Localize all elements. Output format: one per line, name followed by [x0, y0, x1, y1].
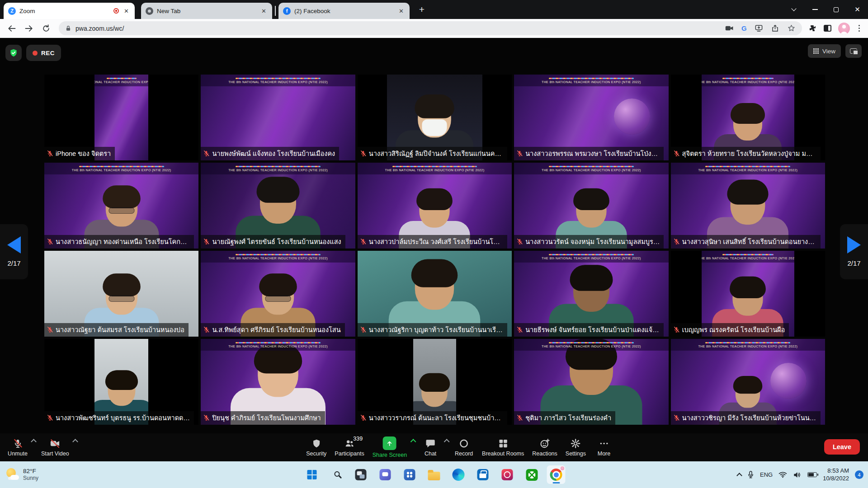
tab-zoom[interactable]: Z Zoom ✕: [4, 3, 135, 19]
participant-tile[interactable]: THE 8th NATIONAL TEACHER INDUCTION EXPO …: [514, 163, 668, 249]
chat-options-caret[interactable]: [443, 439, 449, 445]
widgets-button[interactable]: [401, 465, 419, 484]
file-explorer-button[interactable]: [425, 465, 443, 484]
forward-icon[interactable]: [22, 21, 36, 36]
participant-tile[interactable]: THE 8th NATIONAL TEACHER INDUCTION EXPO …: [671, 163, 825, 249]
participant-name-tag: นางสาวนวรัตน์ จองหนุ่ม โรงเรียนนามูลสมบู…: [514, 235, 664, 249]
record-label: Record: [455, 450, 473, 457]
profile-avatar[interactable]: [838, 23, 850, 34]
more-button[interactable]: More: [590, 433, 618, 461]
view-button[interactable]: View: [808, 44, 841, 58]
participant-name-tag: น.ส.ทิพย์สุดา ศรีภิรมย์ โรงเรียนบ้านหนอง…: [201, 323, 344, 337]
share-screen-button[interactable]: Share Screen: [368, 433, 411, 461]
tab-facebook[interactable]: f (2) Facebook ✕: [278, 3, 410, 19]
share-icon[interactable]: [771, 24, 779, 33]
weather-widget[interactable]: 82°F Sunny: [5, 468, 38, 482]
start-video-button[interactable]: Start Video: [37, 433, 73, 461]
chrome-button-active[interactable]: [547, 465, 566, 484]
side-panel-icon[interactable]: [824, 25, 831, 32]
battery-icon[interactable]: [807, 472, 817, 477]
participant-tile[interactable]: THE 8th NATIONAL TEACHER INDUCTION EXPO …: [514, 339, 668, 425]
gallery-grid-icon: [813, 48, 819, 54]
security-shield-button[interactable]: [5, 45, 22, 61]
store-button[interactable]: [474, 465, 492, 484]
pinned-app-button[interactable]: [498, 465, 517, 484]
leave-button[interactable]: Leave: [824, 439, 860, 455]
participant-tile[interactable]: นางสาวพัฒชรินทร์ บุตรธนู รร.บ้านดอนหาดดง…: [44, 339, 198, 425]
new-tab-button[interactable]: +: [416, 4, 428, 15]
search-button[interactable]: [327, 465, 346, 484]
taskbar-app-icons: [303, 461, 566, 488]
wifi-icon[interactable]: [778, 471, 787, 478]
participant-tile[interactable]: นางสาวณัฐยา ต้นสมรส โรงเรียนบ้านหนองบ่อ: [44, 251, 198, 337]
participant-tile[interactable]: นางสาววราภรณ์ ต้นนะลา โรงเรียนชุมชนบ้านโ…: [358, 339, 512, 425]
participant-tile[interactable]: นางสาวณัฐริกา บุญตาท้าว โรงเรียนบ้านนาเร…: [358, 251, 512, 337]
tab-close-icon[interactable]: ✕: [260, 7, 268, 15]
tab-close-icon[interactable]: ✕: [123, 7, 130, 15]
participant-tile[interactable]: THE 8th NATIONAL TEACHER INDUCTION EXPO …: [514, 75, 668, 160]
browser-menu-icon[interactable]: [857, 25, 862, 32]
record-button[interactable]: Record: [450, 433, 478, 461]
security-button[interactable]: Security: [302, 433, 330, 461]
speaker-icon[interactable]: [793, 471, 802, 479]
previous-page-control[interactable]: 2/17: [0, 224, 28, 279]
minimize-button[interactable]: [804, 0, 826, 19]
participant-tile[interactable]: THE 8th NATIONAL TEACHER INDUCTION EXPO …: [514, 251, 668, 337]
participant-tile[interactable]: THE 8th NATIONAL TEACHER INDUCTION EXPO …: [358, 163, 512, 249]
chat-button[interactable]: Chat: [416, 433, 444, 461]
google-icon[interactable]: G: [741, 24, 747, 32]
notification-count-badge[interactable]: 4: [855, 470, 863, 479]
participant-tile[interactable]: THE 8th NATIONAL TEACHER INDUCTION EXPO …: [671, 339, 825, 425]
task-view-button[interactable]: [352, 465, 370, 484]
participant-tile[interactable]: THE 8th NATIONAL TEACHER INDUCTION EXPO …: [201, 251, 355, 337]
reactions-smiley-icon: [540, 438, 550, 449]
participant-tile[interactable]: THE 8th NATIONAL TEACHER INDUCTION EXPO …: [44, 75, 198, 160]
reload-icon[interactable]: [39, 21, 53, 36]
back-icon[interactable]: [5, 21, 19, 36]
install-app-icon[interactable]: [755, 24, 763, 33]
participant-tile[interactable]: THE 8th NATIONAL TEACHER INDUCTION EXPO …: [671, 251, 825, 337]
participant-name-tag: นางสาวปาล์มประวีณ วงศ์เสรี โรงเรียนบ้านโ…: [358, 235, 507, 249]
participant-tile[interactable]: THE 8th NATIONAL TEACHER INDUCTION EXPO …: [44, 163, 198, 249]
muted-mic-icon: [360, 238, 367, 245]
extensions-puzzle-icon[interactable]: [808, 24, 817, 33]
facebook-favicon: f: [283, 7, 291, 15]
maximize-button[interactable]: [826, 0, 847, 19]
unmute-button[interactable]: Unmute: [4, 433, 32, 461]
settings-button[interactable]: Settings: [561, 433, 590, 461]
participant-tile[interactable]: THE 8th NATIONAL TEACHER INDUCTION EXPO …: [201, 75, 355, 160]
teams-chat-button[interactable]: [376, 465, 395, 484]
previous-page-arrow-icon[interactable]: [7, 236, 21, 253]
share-options-caret[interactable]: [410, 439, 416, 445]
start-button[interactable]: [303, 465, 321, 484]
tab-close-icon[interactable]: ✕: [397, 7, 405, 15]
close-button[interactable]: ✕: [847, 0, 868, 19]
hidden-icons-caret[interactable]: [736, 473, 742, 479]
bookmark-star-icon[interactable]: [787, 24, 796, 33]
popout-button[interactable]: [845, 44, 862, 58]
next-page-control[interactable]: 2/17: [840, 224, 868, 279]
tab-search-icon[interactable]: [783, 0, 804, 19]
participant-tile[interactable]: THE 8th NATIONAL TEACHER INDUCTION EXPO …: [671, 75, 825, 160]
participant-name-tag: ชุติมา ภารไสว โรงเรียนร่องคำ: [514, 411, 615, 425]
participant-tile[interactable]: นางสาวสิริณัฏฐ์ ลิมปีจำนงค์ โรงเรียนแก่น…: [358, 75, 512, 160]
reactions-button[interactable]: Reactions: [528, 433, 561, 461]
clock-widget[interactable]: 8:53 AM 10/8/2022: [823, 467, 849, 482]
address-bar[interactable]: pwa.zoom.us/wc/ G: [59, 21, 802, 35]
participant-tile[interactable]: THE 8th NATIONAL TEACHER INDUCTION EXPO …: [201, 339, 355, 425]
video-options-caret[interactable]: [72, 439, 78, 445]
participant-name: นางสาวธนัญญา ทองด่านเหนือ โรงเรียนโคกศรี…: [56, 236, 190, 247]
audio-options-caret[interactable]: [31, 439, 37, 445]
xbox-button[interactable]: [523, 465, 541, 484]
edge-button[interactable]: [449, 465, 468, 484]
breakout-rooms-button[interactable]: Breakout Rooms: [478, 433, 528, 461]
language-indicator[interactable]: ENG: [760, 471, 773, 478]
tab-new-tab[interactable]: New Tab ✕: [141, 3, 272, 19]
tray-mic-icon[interactable]: [747, 470, 754, 479]
participants-button[interactable]: 339 Participants: [330, 433, 368, 461]
expo-banner: THE 8th NATIONAL TEACHER INDUCTION EXPO …: [702, 75, 794, 86]
participant-tile[interactable]: THE 8th NATIONAL TEACHER INDUCTION EXPO …: [201, 163, 355, 249]
next-page-arrow-icon[interactable]: [847, 236, 861, 253]
camera-in-use-icon[interactable]: [725, 25, 734, 32]
banner-text: THE 8th NATIONAL TEACHER INDUCTION EXPO …: [542, 345, 641, 348]
